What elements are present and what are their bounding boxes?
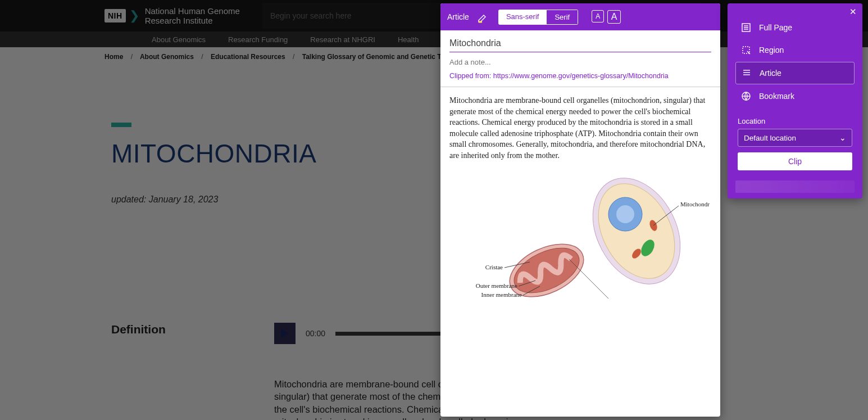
svg-line-12 <box>569 259 608 299</box>
font-toggle: Sans-serif Serif <box>498 10 578 25</box>
diagram-label-mitochondria: Mitochondria <box>680 201 710 207</box>
clip-button[interactable]: Clip <box>738 152 852 170</box>
diagram-label-cristae: Cristae <box>485 264 503 270</box>
mitochondria-diagram: Mitochondria Cristae Outer membrane Inne… <box>451 169 710 315</box>
diagram-label-outer-membrane: Outer membrane <box>476 282 517 289</box>
location-value: Default location <box>744 134 796 142</box>
clip-article-text: Mitochondria are membrane-bound cell org… <box>449 95 711 161</box>
svg-point-5 <box>616 205 634 223</box>
clip-note-input[interactable] <box>449 52 711 69</box>
font-size-group: A A <box>592 10 621 24</box>
highlighter-icon[interactable] <box>477 12 487 22</box>
clip-source-prefix: Clipped from: <box>449 72 493 80</box>
mode-full-page[interactable]: Full Page <box>735 17 855 38</box>
clip-modes: Full Page Region Article Bookmark <box>728 3 862 111</box>
clipper-control-panel: ✕ Full Page Region Article Bookmark Loca… <box>728 3 862 198</box>
location-section: Location Default location ⌄ Clip <box>728 111 862 180</box>
mode-bookmark[interactable]: Bookmark <box>735 85 855 107</box>
clip-article-body: Mitochondria are membrane-bound cell org… <box>440 87 720 417</box>
font-size-decrease-button[interactable]: A <box>592 10 604 22</box>
diagram-label-inner-membrane: Inner membrane <box>481 291 522 298</box>
clipper-preview-header: Article Sans-serif Serif A A <box>440 3 720 30</box>
mode-bookmark-label: Bookmark <box>759 92 794 101</box>
clip-title-input[interactable] <box>449 36 711 52</box>
chevron-down-icon: ⌄ <box>839 133 846 142</box>
clipper-mode-label: Article <box>447 12 469 21</box>
clip-source-url: https://www.genome.gov/genetics-glossary… <box>493 72 669 80</box>
region-icon <box>741 45 751 55</box>
clipper-meta: Clipped from: https://www.genome.gov/gen… <box>440 30 720 87</box>
close-button[interactable]: ✕ <box>849 7 857 17</box>
location-select[interactable]: Default location ⌄ <box>738 129 852 147</box>
location-label: Location <box>738 117 852 125</box>
font-serif-button[interactable]: Serif <box>547 10 578 25</box>
mode-article[interactable]: Article <box>735 62 855 84</box>
clipper-preview-panel: Article Sans-serif Serif A A Clipped fro… <box>440 3 720 417</box>
mode-article-label: Article <box>760 69 781 78</box>
font-sans-button[interactable]: Sans-serif <box>498 10 547 25</box>
font-size-increase-button[interactable]: A <box>607 10 621 24</box>
mode-region[interactable]: Region <box>735 39 855 61</box>
clip-source[interactable]: Clipped from: https://www.genome.gov/gen… <box>449 69 711 81</box>
mode-full-page-label: Full Page <box>759 23 792 32</box>
panel-footer <box>735 180 855 193</box>
bookmark-icon <box>741 91 751 101</box>
mode-region-label: Region <box>759 46 784 55</box>
full-page-icon <box>741 22 751 33</box>
article-icon <box>742 68 752 78</box>
